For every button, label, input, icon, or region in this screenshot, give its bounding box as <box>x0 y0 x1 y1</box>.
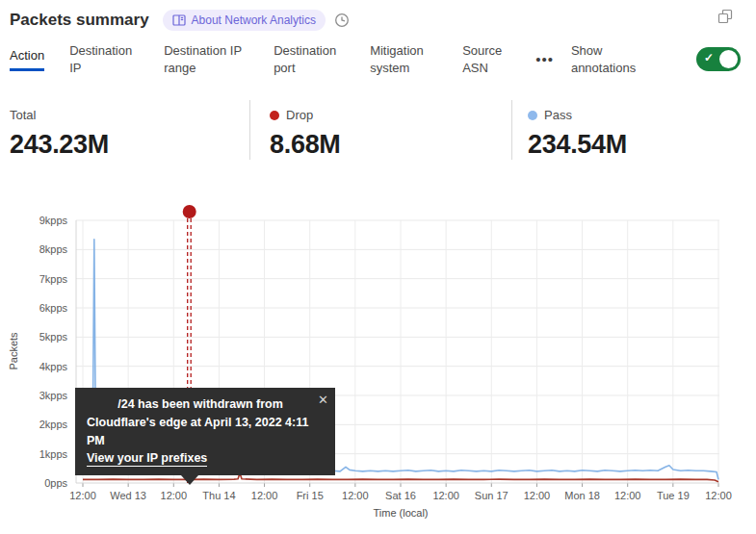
svg-text:12:00: 12:00 <box>524 490 551 501</box>
stat-value: 234.54M <box>528 130 627 160</box>
svg-text:4kpps: 4kpps <box>39 361 68 372</box>
stat-label: Drop <box>286 108 313 122</box>
svg-text:Sun 17: Sun 17 <box>475 490 508 501</box>
stat-value: 243.23M <box>10 130 249 160</box>
svg-text:3kpps: 3kpps <box>39 390 68 401</box>
svg-text:12:00: 12:00 <box>161 490 188 501</box>
filter-tabs-row: ActionDestination IPDestination IP range… <box>10 42 746 76</box>
svg-text:1kpps: 1kpps <box>39 448 68 460</box>
tab-action[interactable]: Action <box>10 47 44 72</box>
tab-label: Mitigation system <box>370 42 437 76</box>
svg-text:Time (local): Time (local) <box>373 507 428 519</box>
svg-text:Packets: Packets <box>8 332 19 370</box>
view-ip-prefixes-link[interactable]: View your IP prefixes <box>87 451 207 467</box>
stat-label: Total <box>10 108 36 122</box>
svg-text:8kpps: 8kpps <box>39 243 68 255</box>
svg-text:0pps: 0pps <box>44 477 67 489</box>
svg-text:Mon 18: Mon 18 <box>564 490 600 501</box>
tooltip-caret <box>181 475 198 485</box>
show-annotations-toggle[interactable]: ✓ <box>696 47 741 71</box>
svg-text:7kpps: 7kpps <box>39 273 68 285</box>
close-icon[interactable]: ✕ <box>318 391 328 410</box>
svg-text:5kpps: 5kpps <box>39 331 68 343</box>
svg-text:Thu 14: Thu 14 <box>202 490 235 501</box>
line-chart-canvas[interactable]: 0pps1kpps2kpps3kpps4kpps5kpps6kpps7kpps8… <box>0 202 756 534</box>
show-annotations-label: Show annotations <box>571 42 650 76</box>
tab-mitigation-system[interactable]: Mitigation system <box>370 42 437 76</box>
toggle-knob <box>719 50 738 68</box>
svg-text:12:00: 12:00 <box>251 490 278 501</box>
tab-label: Destination IP <box>69 42 139 76</box>
tooltip-message-line2: Cloudflare's edge at April 13, 2022 4:11… <box>87 414 314 450</box>
book-icon <box>172 14 186 26</box>
svg-text:12:00: 12:00 <box>705 490 732 501</box>
copy-icon[interactable] <box>717 9 733 28</box>
clock-icon[interactable] <box>334 13 350 28</box>
tooltip-message-line1: /24 has been withdrawn from <box>87 395 314 414</box>
svg-text:2kpps: 2kpps <box>39 419 68 430</box>
stats-row: Total243.23MDrop8.68MPass234.54M <box>10 100 756 160</box>
svg-text:Tue 19: Tue 19 <box>657 490 690 501</box>
svg-text:6kpps: 6kpps <box>39 302 68 314</box>
tab-destination-port[interactable]: Destination port <box>274 42 345 76</box>
packets-summary-card: Packets summary About Network Analytics … <box>0 0 756 534</box>
svg-text:Wed 13: Wed 13 <box>110 490 146 501</box>
tab-label: Destination IP range <box>164 42 248 76</box>
stat-drop: Drop8.68M <box>249 100 511 160</box>
tab-source-asn[interactable]: Source ASN <box>462 42 512 76</box>
badge-label: About Network Analytics <box>192 13 316 27</box>
more-tabs-button[interactable]: ••• <box>534 52 556 66</box>
page-title: Packets summary <box>10 11 149 30</box>
svg-text:12:00: 12:00 <box>342 490 369 501</box>
tab-label: Destination port <box>274 42 345 76</box>
svg-text:12:00: 12:00 <box>432 490 459 501</box>
pass-legend-dot <box>528 111 537 120</box>
stat-pass: Pass234.54M <box>511 100 627 160</box>
svg-text:12:00: 12:00 <box>69 490 96 501</box>
packets-chart: 0pps1kpps2kpps3kpps4kpps5kpps6kpps7kpps8… <box>0 202 756 534</box>
stat-value: 8.68M <box>270 130 511 160</box>
svg-text:9kpps: 9kpps <box>39 215 68 226</box>
tab-destination-ip-range[interactable]: Destination IP range <box>164 42 248 76</box>
check-icon: ✓ <box>704 51 714 64</box>
svg-text:Fri 15: Fri 15 <box>297 490 324 501</box>
stat-total: Total243.23M <box>10 100 249 160</box>
svg-text:Sat 16: Sat 16 <box>385 490 416 501</box>
drop-legend-dot <box>270 111 279 120</box>
annotation-tooltip: ✕ /24 has been withdrawn from Cloudflare… <box>75 388 335 475</box>
svg-text:12:00: 12:00 <box>614 490 641 501</box>
tab-label: Action <box>10 47 44 72</box>
tab-destination-ip[interactable]: Destination IP <box>69 42 139 76</box>
stat-label: Pass <box>544 108 572 122</box>
filter-tabs: ActionDestination IPDestination IP range… <box>10 42 512 76</box>
card-header: Packets summary About Network Analytics <box>10 8 746 33</box>
about-network-analytics-link[interactable]: About Network Analytics <box>163 10 326 31</box>
tab-label: Source ASN <box>462 42 512 76</box>
